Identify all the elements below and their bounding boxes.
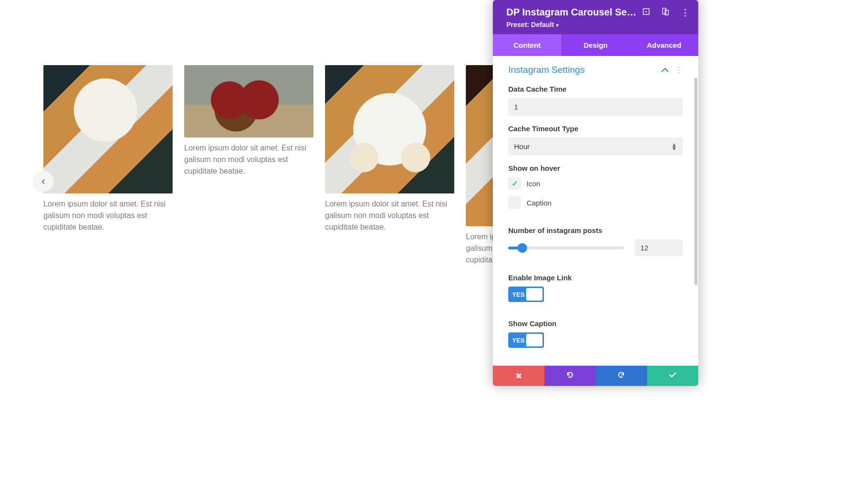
checkbox-label: Caption — [527, 199, 552, 207]
scrollbar[interactable] — [694, 78, 697, 285]
carousel-caption: Lorem ipsum dolor sit amet. Est nisi gal… — [325, 198, 454, 233]
carousel-image[interactable] — [43, 65, 173, 193]
cancel-button[interactable]: ✖ — [493, 366, 544, 386]
cache-time-input[interactable] — [508, 98, 683, 116]
posts-value-input[interactable] — [635, 239, 683, 256]
kebab-icon[interactable]: ⋮ — [675, 66, 683, 75]
carousel-caption: Lorem ipsum dolor sit amet. Est nisi gal… — [43, 198, 173, 233]
chevron-left-icon: ‹ — [41, 175, 45, 188]
cache-type-select[interactable]: Hour — [508, 137, 683, 155]
icon-checkbox[interactable]: ✓ — [508, 177, 521, 190]
carousel-card: Lorem ipsum dolor sit amet. Est nisi gal… — [43, 65, 173, 233]
slider-thumb[interactable] — [517, 243, 527, 253]
toggle-label: YES — [512, 337, 525, 344]
section-title: Instagram Settings — [508, 65, 584, 75]
tab-design[interactable]: Design — [561, 34, 630, 56]
enable-link-toggle[interactable]: YES — [508, 287, 544, 302]
responsive-icon[interactable] — [662, 8, 669, 17]
field-num-posts: Number of instagram posts — [493, 221, 698, 260]
checkbox-label: Icon — [527, 179, 540, 188]
show-caption-toggle[interactable]: YES — [508, 332, 544, 348]
settings-panel: DP Instagram Carousel Sett… ⋮ Preset: De… — [493, 0, 698, 386]
posts-slider[interactable] — [508, 247, 624, 249]
carousel: Lorem ipsum dolor sit amet. Est nisi gal… — [43, 65, 825, 266]
toggle-label: YES — [512, 291, 525, 298]
carousel-card: Lorem ipsum dolor sit amet. Est nisi gal… — [325, 65, 454, 233]
carousel-prev-button[interactable]: ‹ — [33, 171, 54, 192]
preset-selector[interactable]: Preset: Default▼ — [506, 21, 690, 28]
carousel-image[interactable] — [325, 65, 454, 193]
tabs: Content Design Advanced — [493, 34, 698, 56]
carousel-caption: Lorem ipsum dolor sit amet. Est nisi gal… — [184, 142, 313, 177]
action-bar: ✖ — [493, 366, 698, 386]
kebab-icon[interactable]: ⋮ — [681, 7, 690, 18]
field-enable-link: Enable Image Link YES — [493, 269, 698, 306]
tab-advanced[interactable]: Advanced — [630, 34, 698, 56]
carousel-image[interactable] — [184, 65, 313, 137]
field-label: Show on hover — [508, 164, 683, 172]
preset-label: Preset: Default — [506, 21, 554, 28]
field-cache-type: Cache Timeout Type Hour ▲▼ — [493, 120, 698, 159]
field-show-hover: Show on hover ✓ Icon ✓ Caption — [493, 159, 698, 213]
check-icon — [668, 371, 677, 381]
field-label: Enable Image Link — [508, 274, 683, 282]
panel-header: DP Instagram Carousel Sett… ⋮ Preset: De… — [493, 0, 698, 34]
tab-content[interactable]: Content — [493, 34, 561, 56]
caret-down-icon: ▼ — [555, 23, 560, 28]
chevron-up-icon[interactable] — [662, 68, 668, 72]
toggle-knob — [526, 334, 542, 346]
field-label: Cache Timeout Type — [508, 124, 683, 133]
field-cache-time: Data Cache Time — [493, 80, 698, 120]
caption-checkbox[interactable]: ✓ — [508, 196, 521, 209]
expand-icon[interactable] — [642, 8, 650, 17]
panel-body: Instagram Settings ⋮ Data Cache Time Cac… — [493, 56, 698, 366]
undo-button[interactable] — [544, 366, 596, 386]
svg-point-1 — [645, 11, 647, 12]
toggle-knob — [526, 288, 542, 301]
undo-icon — [566, 371, 574, 381]
svg-rect-2 — [663, 8, 666, 14]
close-icon: ✖ — [515, 371, 522, 381]
carousel-card: Lorem ipsum dolor sit amet. Est nisi gal… — [184, 65, 313, 177]
redo-button[interactable] — [596, 366, 647, 386]
field-show-caption: Show Caption YES — [493, 315, 698, 352]
field-label: Data Cache Time — [508, 85, 683, 93]
field-label: Show Caption — [508, 319, 683, 328]
panel-title: DP Instagram Carousel Sett… — [506, 7, 637, 18]
section-header[interactable]: Instagram Settings ⋮ — [493, 56, 698, 80]
carousel-preview: Lorem ipsum dolor sit amet. Est nisi gal… — [0, 0, 868, 481]
field-label: Number of instagram posts — [508, 226, 683, 234]
redo-icon — [617, 371, 625, 381]
save-button[interactable] — [647, 366, 699, 386]
